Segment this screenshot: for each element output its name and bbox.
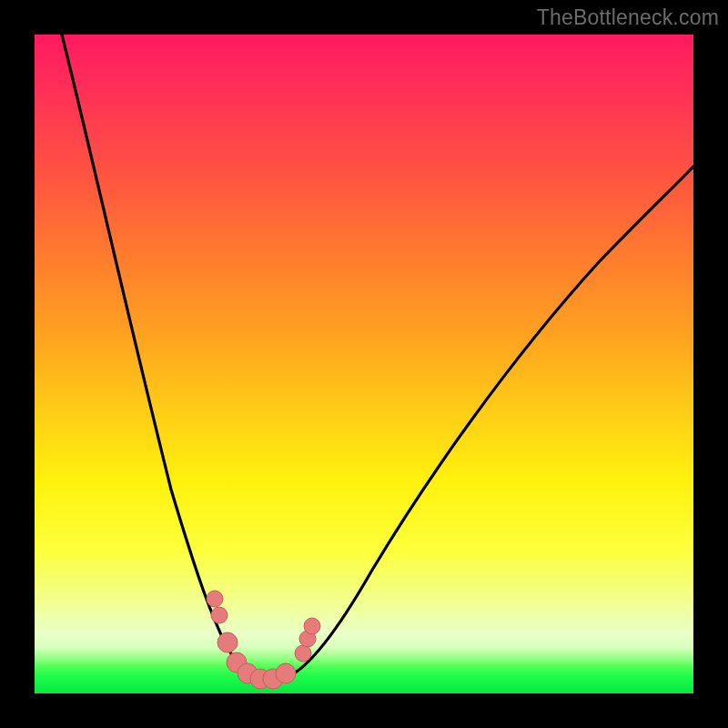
- marker-group: [207, 591, 320, 689]
- watermark-text: TheBottleneck.com: [537, 5, 719, 30]
- plot-area: [35, 35, 693, 693]
- marker-dot: [211, 607, 228, 623]
- plot-svg: [35, 35, 693, 693]
- bottleneck-curve: [62, 35, 693, 680]
- marker-dot: [304, 618, 320, 634]
- marker-dot: [217, 632, 238, 652]
- chart-stage: TheBottleneck.com: [0, 0, 728, 728]
- marker-dot: [207, 591, 223, 607]
- marker-dot: [276, 663, 296, 683]
- marker-dot: [295, 645, 311, 662]
